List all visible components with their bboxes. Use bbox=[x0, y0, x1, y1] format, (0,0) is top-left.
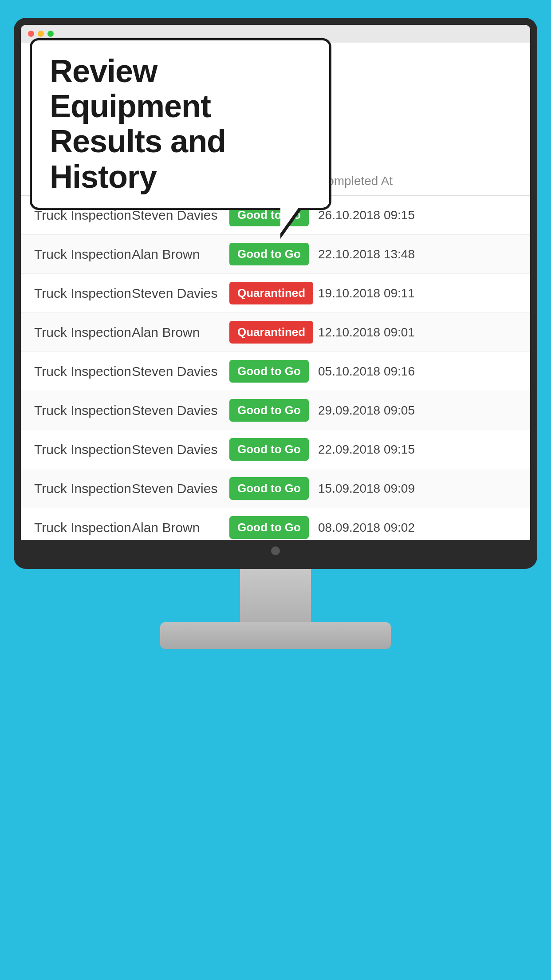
cell-checklist: Truck Inspection bbox=[34, 481, 132, 496]
expand-dot bbox=[47, 31, 54, 37]
table-row: Truck Inspection Steven Davies Good to G… bbox=[21, 469, 530, 508]
cell-user: Steven Davies bbox=[132, 286, 229, 301]
cell-user: Steven Davies bbox=[132, 481, 229, 496]
cell-status: Good to Go bbox=[229, 360, 318, 383]
cell-status: Good to Go bbox=[229, 477, 318, 500]
cell-completed: 08.09.2018 09:02 bbox=[318, 521, 517, 535]
monitor-frame: Review Equipment Results and History Use… bbox=[14, 18, 537, 540]
status-badge: Quarantined bbox=[229, 282, 313, 304]
status-badge: Quarantined bbox=[229, 321, 313, 344]
col-header-completed: Completed At bbox=[318, 174, 517, 188]
cell-user: Steven Davies bbox=[132, 442, 229, 457]
cell-status: Good to Go bbox=[229, 243, 318, 265]
table-row: Truck Inspection Alan Brown Good to Go 2… bbox=[21, 235, 530, 274]
cell-status: Quarantined bbox=[229, 282, 318, 304]
cell-status: Good to Go bbox=[229, 399, 318, 422]
cell-checklist: Truck Inspection bbox=[34, 442, 132, 457]
table-body: Truck Inspection Steven Davies Good to G… bbox=[21, 196, 530, 540]
table-container: User Status Completed At Truck Inspectio… bbox=[21, 167, 530, 540]
table-row: Truck Inspection Steven Davies Good to G… bbox=[21, 352, 530, 391]
table-row: Truck Inspection Steven Davies Good to G… bbox=[21, 391, 530, 430]
status-badge: Good to Go bbox=[229, 360, 309, 383]
cell-user: Alan Brown bbox=[132, 247, 229, 262]
bezel-bottom-bar bbox=[21, 540, 530, 562]
cell-completed: 22.10.2018 13:48 bbox=[318, 247, 517, 261]
minimize-dot bbox=[38, 31, 44, 37]
cell-checklist: Truck Inspection bbox=[34, 364, 132, 379]
table-row: Truck Inspection Alan Brown Good to Go 0… bbox=[21, 508, 530, 540]
status-badge: Good to Go bbox=[229, 243, 309, 265]
cell-checklist: Truck Inspection bbox=[34, 520, 132, 535]
speech-bubble: Review Equipment Results and History bbox=[30, 38, 331, 210]
screen-content: Review Equipment Results and History Use… bbox=[21, 25, 530, 540]
cell-checklist: Truck Inspection bbox=[34, 403, 132, 418]
cell-completed: 05.10.2018 09:16 bbox=[318, 364, 517, 379]
table-row: Truck Inspection Steven Davies Quarantin… bbox=[21, 274, 530, 313]
monitor-wrapper: Review Equipment Results and History Use… bbox=[13, 18, 538, 944]
cell-completed: 29.09.2018 09:05 bbox=[318, 403, 517, 418]
status-badge: Good to Go bbox=[229, 438, 309, 461]
cell-completed: 26.10.2018 09:15 bbox=[318, 208, 517, 222]
status-badge: Good to Go bbox=[229, 516, 309, 539]
cell-completed: 12.10.2018 09:01 bbox=[318, 325, 517, 340]
cell-user: Steven Davies bbox=[132, 364, 229, 379]
bubble-title: Review Equipment Results and History bbox=[50, 54, 311, 194]
table-row: Truck Inspection Alan Brown Quarantined … bbox=[21, 313, 530, 352]
cell-completed: 22.09.2018 09:15 bbox=[318, 443, 517, 457]
cell-status: Quarantined bbox=[229, 321, 318, 344]
cell-user: Alan Brown bbox=[132, 325, 229, 340]
power-dot bbox=[271, 546, 280, 555]
status-badge: Good to Go bbox=[229, 477, 309, 500]
cell-status: Good to Go bbox=[229, 438, 318, 461]
close-dot bbox=[28, 31, 34, 37]
cell-checklist: Truck Inspection bbox=[34, 247, 132, 262]
cell-checklist: Truck Inspection bbox=[34, 325, 132, 340]
cell-completed: 19.10.2018 09:11 bbox=[318, 286, 517, 300]
cell-user: Steven Davies bbox=[132, 403, 229, 418]
status-badge: Good to Go bbox=[229, 399, 309, 422]
monitor-stand-neck bbox=[240, 569, 311, 622]
cell-user: Alan Brown bbox=[132, 520, 229, 535]
cell-status: Good to Go bbox=[229, 516, 318, 539]
monitor-outer: Review Equipment Results and History Use… bbox=[14, 18, 537, 569]
monitor-bottom-bezel bbox=[14, 540, 537, 569]
cell-completed: 15.09.2018 09:09 bbox=[318, 482, 517, 496]
cell-checklist: Truck Inspection bbox=[34, 286, 132, 301]
monitor-stand-base bbox=[160, 622, 391, 649]
table-row: Truck Inspection Steven Davies Good to G… bbox=[21, 430, 530, 469]
